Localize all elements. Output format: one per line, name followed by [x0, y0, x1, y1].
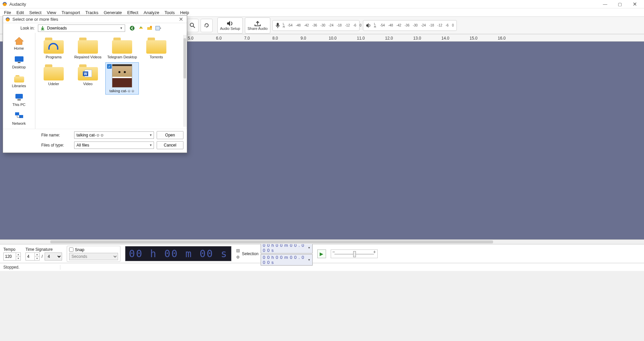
svg-rect-12 — [17, 99, 21, 101]
lr-label: LR — [283, 22, 285, 29]
audio-setup-label: Audio Setup — [220, 26, 240, 31]
cancel-button[interactable]: Cancel — [157, 141, 183, 149]
menu-select[interactable]: Select — [26, 9, 44, 16]
place-network[interactable]: Network — [6, 110, 33, 127]
open-button[interactable]: Open — [157, 131, 183, 139]
zoom-tool-button[interactable] — [186, 19, 199, 32]
dialog-close-button[interactable]: ✕ — [177, 16, 185, 22]
menu-view[interactable]: View — [44, 9, 59, 16]
svg-rect-11 — [15, 94, 23, 99]
svg-rect-13 — [15, 112, 19, 115]
minimize-button[interactable]: — — [598, 0, 612, 8]
download-icon — [40, 26, 45, 31]
svg-rect-10 — [18, 62, 20, 63]
timesig-den-select[interactable]: 4 — [45, 252, 62, 261]
selection-gear-icon[interactable]: ⚙ — [236, 255, 240, 260]
place-thispc[interactable]: This PC — [6, 91, 33, 108]
record-meter-scale: -54-48-42-36-30-24-18-12-60 — [288, 23, 362, 27]
window-title: Audacity — [9, 2, 598, 7]
playback-meter[interactable]: LR -54-48-42-36-30-24-18-12-60 — [363, 20, 457, 31]
filename-label: File name: — [41, 133, 71, 137]
menu-file[interactable]: File — [1, 9, 14, 16]
app-icon — [2, 1, 7, 7]
file-open-dialog: Select one or more files ✕ Look in: Down… — [3, 15, 187, 153]
menu-help[interactable]: Help — [177, 9, 192, 16]
folder-video[interactable]: Video — [71, 62, 105, 95]
dialog-icon — [5, 17, 10, 22]
snap-checkbox[interactable]: Snap — [69, 247, 118, 252]
filetype-combo[interactable]: All files▼ — [74, 141, 154, 149]
lr-label-play: LR — [374, 22, 377, 29]
status-text: Stopped. — [3, 265, 60, 270]
file-list-scrollbar[interactable] — [183, 35, 186, 127]
svg-line-2 — [193, 26, 195, 28]
filename-value: talking cat-☺☺ — [76, 133, 104, 137]
thumbnail-cat — [112, 64, 132, 88]
timesig-num-spinner[interactable]: ▲▼ — [25, 252, 40, 261]
bottom-panel: Tempo ▲▼ Time Signature ▲▼ / 4 Snap Seco… — [0, 244, 644, 263]
folder-udeler[interactable]: Udeler — [37, 62, 70, 95]
titlebar: Audacity — ▢ ✕ — [0, 0, 644, 8]
play-at-speed-button[interactable]: ▶ — [317, 249, 326, 258]
svg-point-1 — [190, 23, 194, 26]
menu-tools[interactable]: Tools — [162, 9, 177, 16]
timecode-main[interactable]: 00 h 00 m 00 s — [125, 246, 231, 261]
nav-newfolder-icon[interactable] — [146, 24, 153, 32]
place-desktop[interactable]: Desktop — [6, 54, 33, 70]
audio-setup-button[interactable]: Audio Setup — [217, 17, 243, 34]
lookin-value: Downloads — [47, 26, 67, 31]
folder-programs[interactable]: Programs — [37, 36, 70, 60]
share-audio-label: Share Audio — [248, 26, 268, 31]
svg-rect-9 — [15, 56, 23, 62]
statusbar: Stopped. — [0, 263, 644, 271]
menu-generate[interactable]: Generate — [101, 9, 124, 16]
menu-tracks[interactable]: Tracks — [83, 9, 101, 16]
recording-meter[interactable]: LR -54-48-42-36-30-24-18-12-60 — [272, 20, 360, 31]
check-icon: ✓ — [107, 64, 112, 69]
filetype-label: Files of type: — [41, 143, 71, 148]
selection-end[interactable]: 0 0 h 0 0 m 0 0 . 0 0 0 s▾ — [261, 254, 313, 266]
play-meter-scale: -54-48-42-36-30-24-18-12-60 — [380, 23, 454, 27]
timesig-label: Time Signature — [25, 247, 62, 252]
microphone-icon — [275, 22, 280, 29]
dialog-title: Select one or more files — [12, 17, 175, 22]
places-bar: Home Desktop Libraries This PC Network — [3, 33, 35, 129]
close-button[interactable]: ✕ — [627, 0, 642, 8]
tempo-label: Tempo — [3, 247, 21, 252]
folder-repaired-videos[interactable]: Repaired Videos — [71, 36, 105, 60]
filetype-value: All files — [76, 143, 89, 148]
folder-telegram-desktop[interactable]: Telegram Desktop — [105, 36, 139, 60]
snap-box: Snap Seconds — [67, 246, 120, 262]
filename-combo[interactable]: talking cat-☺☺▼ — [74, 131, 154, 139]
selection-label: Selection — [242, 251, 258, 256]
playback-speed-slider[interactable] — [331, 249, 378, 258]
tempo-input[interactable] — [4, 254, 16, 259]
tempo-spinner[interactable]: ▲▼ — [3, 252, 21, 261]
maximize-button[interactable]: ▢ — [612, 0, 627, 8]
share-audio-button[interactable]: Share Audio — [245, 17, 270, 34]
nav-back-icon[interactable] — [128, 24, 136, 32]
place-home[interactable]: Home — [6, 35, 33, 52]
file-list[interactable]: Programs Repaired Videos Telegram Deskto… — [35, 33, 187, 129]
menu-analyze[interactable]: Analyze — [141, 9, 162, 16]
svg-rect-5 — [41, 30, 44, 30]
lookin-label: Look in: — [6, 26, 35, 31]
menu-edit[interactable]: Edit — [14, 9, 26, 16]
file-talking-cat[interactable]: ✓ talking cat-☺☺ — [105, 62, 139, 95]
nav-viewmenu-icon[interactable] — [155, 24, 162, 32]
redo-tool-button[interactable] — [201, 19, 213, 32]
svg-point-7 — [150, 26, 152, 28]
menu-effect[interactable]: Effect — [124, 9, 141, 16]
svg-point-6 — [130, 26, 135, 31]
lookin-combo[interactable]: Downloads ▼ — [38, 24, 125, 32]
speaker-icon — [366, 23, 371, 28]
svg-rect-14 — [19, 115, 23, 118]
horizontal-scrollbar[interactable] — [0, 239, 644, 244]
selection-settings-icon[interactable]: ▤ — [236, 248, 240, 253]
folder-torrents[interactable]: Torrents — [140, 36, 173, 60]
nav-up-icon[interactable] — [137, 24, 145, 32]
svg-rect-3 — [277, 23, 279, 26]
menu-transport[interactable]: Transport — [59, 9, 83, 16]
snap-unit-select[interactable]: Seconds — [69, 253, 118, 260]
place-libraries[interactable]: Libraries — [6, 72, 33, 89]
